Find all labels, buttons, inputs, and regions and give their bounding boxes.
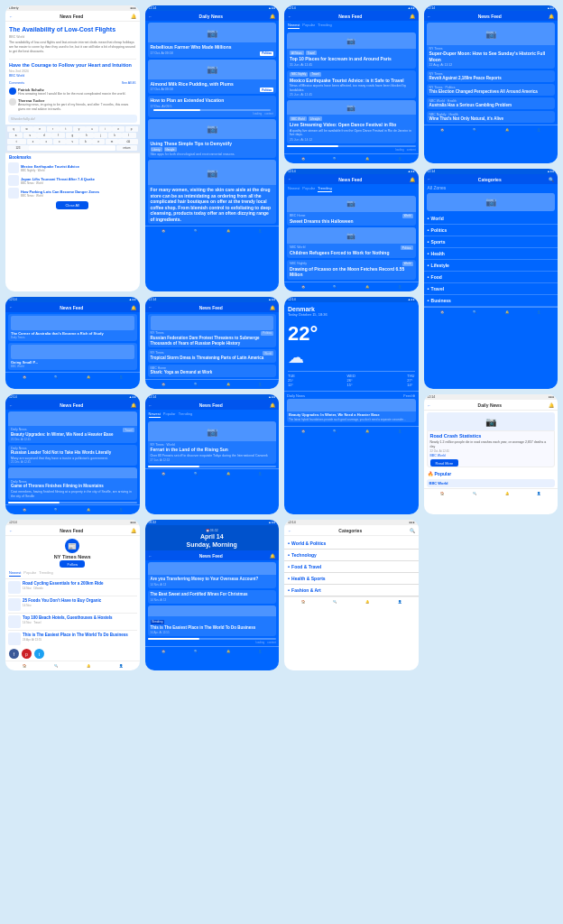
article-2-5: 📷 For many women, visiting the skin care… [148, 160, 277, 224]
phone10-articles: Road Cycling Essentials for a 200km Ride… [8, 581, 137, 645]
cat-w-food[interactable]: Food & Travel [284, 561, 419, 573]
read-more-btn[interactable]: Read More [430, 459, 552, 465]
comment-text-2: Amazing news, im going to be part of my … [18, 103, 136, 111]
header-3: ← News Feed 🔔 [284, 11, 419, 21]
phone1-input[interactable]: Wanderfully.do! [8, 115, 137, 123]
cat-sports[interactable]: Sports [424, 236, 558, 248]
phone1-keyboard[interactable]: qwertyuiop asdfghjkl ⇧zxcvbnm⌫ 123return [5, 125, 140, 152]
article-title-3-1: Top 10 Places for Icecream in and Around… [290, 56, 413, 62]
side-bottom: 🏠🔍🔔👤 [5, 372, 140, 382]
phone2-bottom: 🏠 🔍 🔔 👤 [145, 226, 280, 236]
article-title-3-3: Live Streaming Video: Open Dance Festiva… [290, 122, 413, 128]
article-5-2: 📷 NBC World Politica Children Refugees F… [287, 227, 416, 258]
cat-w-health[interactable]: Health & Sports [284, 573, 419, 585]
article-list-4: NY Times Revolt Against 2,189m Peace Rep… [427, 70, 556, 123]
phone1-comments: Patrick Schultz How amazing travel I wou… [5, 86, 140, 114]
facebook-btn[interactable]: f [9, 649, 19, 659]
phone-9: 12:14 ●●● ← Daily News 🔔 📷 Road Crash St… [424, 394, 558, 514]
article-img-2-4: 📷 [148, 119, 277, 139]
article-title-2-2: Almond Milk Rice Pudding, with Plums [151, 81, 274, 88]
phone-7: 12:14 ▲●● ← News Feed 🔔 Daily News Trave… [5, 394, 140, 514]
tabs-8: Newest Popular Trending [145, 410, 280, 420]
bookmark-img-3 [8, 188, 19, 199]
cat-world[interactable]: World [424, 213, 558, 225]
phone6-bottom: 🏠🔍🔔👤 [145, 379, 280, 389]
bookmark-1: Mexico Earthquake Tourist Advice BBC Nig… [8, 162, 137, 173]
article-8-title: Ferrari in the Land of the Rising Sun [151, 447, 274, 453]
bookmark-2: Japan Lifts Tsunami Threat After 7.4 Qua… [8, 175, 137, 186]
cat-main-article: 📷 [427, 193, 556, 211]
bookmarks-header: Bookmarks [5, 152, 140, 162]
side-articles: The Corner of Australia that's Became a … [8, 314, 137, 370]
phone-10: 12:14 ●●● ← News Feed 🔔 📰 NY Times News … [5, 520, 140, 670]
header-5: ← News Feed 🔔 [284, 174, 419, 184]
popular-header: 🔥 Popular [424, 469, 558, 478]
phone7-bottom: 🏠🔍🔔👤 [5, 504, 140, 514]
phone6-article-1: Russian Federation Dam Protest Threatens… [151, 336, 274, 346]
bookmark-3: How Parking Lots Can Become Danger Zones… [8, 188, 137, 199]
cat-health[interactable]: Health [424, 248, 558, 260]
news-article-w1: Beauty Upgrades: In Winter, We Need a He… [287, 399, 416, 422]
article-5-1: 📷 BBC Home World Sweet Dreams this Hallo… [287, 196, 416, 226]
weather-bottom: 🏠🔍🔔👤 [284, 426, 419, 436]
phone-8: 12:14 ▲●● ← News Feed 🔔 Newest Popular T… [145, 394, 280, 514]
tabs-10: Newest Popular Trending [5, 568, 140, 579]
close-all-btn[interactable]: Close All [5, 199, 140, 210]
twitter-btn[interactable]: t [34, 649, 44, 659]
article-title-3-2: Mexico Earthquake Tourist Advice: is it … [290, 78, 413, 84]
cat-w-tech[interactable]: Technology [284, 550, 419, 561]
phone6-article-2: Tropical Storm Dmea is Threatening Parts… [151, 356, 274, 361]
bookmark-img-1 [8, 162, 19, 173]
phone6-article-3: Shark: Yoga as Demand at Work [151, 370, 274, 375]
weather-icon: ☁ [284, 346, 419, 369]
article-2-3: How to Plan an Extended Vacation 17 Dec.… [148, 96, 277, 117]
phone1-title: The Availability of Low-Cost Flights [9, 24, 136, 34]
cat-politics[interactable]: Politics [424, 225, 558, 236]
cat-w-world[interactable]: World & Politics [284, 538, 419, 550]
phone-5: 12:14 ▲●● ← News Feed 🔔 Newest Popular T… [284, 169, 419, 291]
tabs-3: Newest Popular Trending [284, 21, 419, 31]
morning-date: ⏰ 06:32 April 14Sunday, Morning [145, 525, 280, 550]
cat-food[interactable]: Food [424, 272, 558, 283]
pinterest-btn[interactable]: p [22, 649, 32, 659]
social-buttons: f p t [5, 647, 140, 661]
article-2-1: 📷 Rebellious Farmer Who Made Millions 17… [148, 23, 277, 58]
phone4-bottom: 🏠🔍🔔👤 [424, 125, 558, 134]
phone-2: 12:14 ▲●● ← Daily News 🔔 📷 Rebellious Fa… [145, 5, 280, 291]
header-12: ← Categories 🔍 [284, 525, 419, 536]
phone6-articles: NY Times Politica Russian Federation Dam… [148, 314, 277, 377]
bookmark-list: Mexico Earthquake Tourist Advice BBC Nig… [5, 162, 140, 199]
cat-w-fashion[interactable]: Fashion & Art [284, 585, 419, 596]
article-3-3: 📷 BBC World Lifestyle Live Streaming Vid… [287, 100, 416, 143]
article-5-title-1: Sweet Dreams this Halloween [290, 218, 413, 225]
header-7: ← News Feed 🔔 [5, 400, 140, 410]
article-2-2: 📷 Almond Milk Rice Pudding, with Plums 1… [148, 60, 277, 95]
header-side: ← News Feed 🔔 [5, 302, 140, 312]
article-3-2: NBC Nightly Travel Mexico Earthquake Tou… [287, 70, 416, 99]
article-img-2-2: 📷 [148, 60, 277, 79]
phone1-body: The availability of low-cost flights and… [9, 40, 136, 55]
article-5-title-3: Drawing of Picasso on the Moon Fetches R… [290, 266, 413, 278]
phone9-bottom: 🏠🔍🔔👤 [424, 488, 558, 498]
header-6: ← News Feed 🔔 [145, 302, 280, 312]
road-crash-card: 📷 Road Crash Statistics Nearly 1.2 milli… [427, 412, 556, 467]
follow-section: 📰 NY Times News Follow [5, 536, 140, 568]
comment-1: Patrick Schultz How amazing travel I wou… [9, 88, 136, 97]
article-img-2-5: 📷 [148, 160, 277, 185]
follow-button[interactable]: Follow [60, 560, 85, 568]
phone-4: 12:14 ▲●● ← News Feed 🔔 📷 NY Times Super… [424, 5, 558, 163]
phone-categories: 12:14 ▲●● ← Categories 🔍 All Zones 📷 Wor… [424, 169, 558, 389]
phone-1: Liberty ●●● ← News Feed 🔔 The Availabili… [5, 5, 140, 291]
avatar-1 [9, 88, 16, 95]
phone8-bottom: 🏠🔍🔔👤 [145, 468, 280, 478]
header-9: ← Daily News 🔔 [424, 400, 558, 411]
comment-2: Theresa Tucker Amazing news, im going to… [9, 98, 136, 111]
cat-travel[interactable]: Travel [424, 283, 558, 295]
road-crash-body: Nearly 1.2 million people die in road cr… [430, 440, 552, 448]
follow-logo: 📰 [65, 539, 79, 553]
app-grid: Liberty ●●● ← News Feed 🔔 The Availabili… [0, 0, 563, 676]
follow-name: NY Times News [9, 554, 136, 559]
cat-business[interactable]: Business [424, 295, 558, 307]
cat-lifestyle[interactable]: Lifestyle [424, 260, 558, 272]
category-list: World Politics Sports Health Lifestyle F… [424, 213, 558, 307]
